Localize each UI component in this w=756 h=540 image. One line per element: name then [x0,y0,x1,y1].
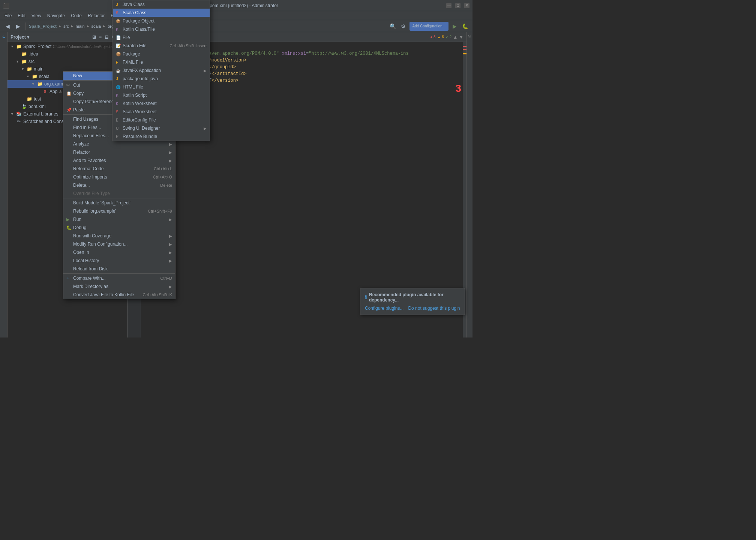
menu-edit[interactable]: Edit [15,12,28,19]
sub-swing-ui[interactable]: U Swing UI Designer ▶ [113,124,210,132]
menu-view[interactable]: View [28,12,44,19]
test-folder-icon: 📁 [26,96,32,102]
ctx-reload-from-disk[interactable]: Reload from Disk [63,265,175,273]
src-folder-icon: 📁 [21,58,27,64]
ctx-refactor[interactable]: Refactor ▶ [63,148,175,156]
ctx-run-coverage[interactable]: Run with Coverage ▶ [63,232,175,240]
menu-navigate[interactable]: Navigate [44,12,68,19]
sub-package[interactable]: 📦 Package [113,50,210,58]
title-bar-left: ⬛ [3,3,9,9]
scala-folder-icon: 📁 [32,74,38,80]
run-button[interactable]: ▶ [450,22,459,31]
app-icon: ⬛ [3,3,9,9]
ctx-reformat[interactable]: Reformat Code Ctrl+Alt+L [63,165,175,173]
ctx-modify-run[interactable]: Modify Run Configuration... ▶ [63,240,175,248]
ctx-add-to-favorites[interactable]: Add to Favorites ▶ [63,156,175,165]
ctx-run[interactable]: ▶ Run ▶ [63,215,175,224]
panel-header: Project ▾ ⊞ ≡ ⊟ ⚙ — [8,32,127,42]
sub-java-class[interactable]: J Java Class [113,0,210,9]
breadcrumb-main: main [76,24,85,28]
do-not-suggest-link[interactable]: Do not suggest this plugin [408,306,460,311]
sub-scala-class[interactable]: S Scala Class [113,9,210,17]
maximize-button[interactable]: □ [455,3,460,8]
sub-file[interactable]: 📄 File [113,33,210,42]
tree-item-sparkproject[interactable]: ▼ 📁 Spark_Project C:\Users\Administrator… [8,43,127,50]
scratch-icon: ✏ [16,118,22,124]
forward-button[interactable]: ▶ [14,22,22,31]
sub-kotlin-worksheet[interactable]: K Kotlin Worksheet [113,99,210,108]
tree-item-src[interactable]: ▼ 📁 src [8,58,127,65]
search-button[interactable]: 🔍 [388,22,398,31]
sub-kotlin-script[interactable]: K Kotlin Script [113,91,210,99]
ctx-analyze[interactable]: Analyze ▶ [63,140,175,148]
editor-collapse-btn[interactable]: ▼ [459,34,464,40]
sub-editorconfig[interactable]: E EditorConfig File [113,116,210,124]
right-panel: M [466,32,472,338]
left-sidebar-icons: P [0,32,8,338]
add-config-button[interactable]: Add Configuration... [410,22,448,31]
ctx-sep-4 [63,273,175,274]
menu-refactor[interactable]: Refactor [85,12,108,19]
error-count: ● 3 [430,35,435,39]
panel-expand-btn[interactable]: ≡ [98,34,103,40]
org-folder-icon: 📁 [37,81,43,87]
configure-plugins-link[interactable]: Configure plugins... [365,306,404,311]
toolbar-sep-1 [26,22,26,30]
ctx-convert-kotlin[interactable]: Convert Java File to Kotlin File Ctrl+Al… [63,291,175,299]
ctx-sep-3 [63,198,175,198]
project-label: Spark_Project [29,24,57,28]
sub-package-object[interactable]: 📦 Package Object [113,17,210,25]
breadcrumb-scala: scala [92,24,101,28]
title-bar: ⬛ Spark_Project - pom.xml (untitled2) - … [0,0,472,11]
ctx-optimize-imports[interactable]: Optimize Imports Ctrl+Alt+O [63,173,175,181]
pom-file-icon: 🍃 [21,104,27,110]
tree-item-idea[interactable]: 📁 .idea [8,50,127,58]
ctx-compare-with[interactable]: ≈ Compare With... Ctrl+D [63,274,175,282]
project-icon[interactable]: P [1,34,7,40]
main-folder-icon: 📁 [26,66,32,72]
ctx-mark-directory[interactable]: Mark Directory as ▶ [63,282,175,291]
idea-folder-icon: 📁 [21,51,27,57]
sub-scala-worksheet[interactable]: S Scala Worksheet [113,108,210,116]
editor-expand-btn[interactable]: ▲ [453,34,458,40]
panel-title: Project ▾ [10,34,29,40]
settings-button[interactable]: ⚙ [399,22,408,31]
folder-icon: 📁 [16,44,22,50]
notif-actions: Configure plugins... Do not suggest this… [365,306,460,311]
window-controls[interactable]: — □ ✕ [446,3,470,8]
sub-kotlin-class[interactable]: K Kotlin Class/File [113,25,210,33]
sub-resource-bundle[interactable]: R Resource Bundle [113,132,210,141]
ok-count: ✓ 2 [446,35,452,39]
panel-settings-btn[interactable]: ⊞ [91,34,97,40]
menu-file[interactable]: File [2,12,15,19]
maven-icon[interactable]: M [468,34,472,38]
warning-count: ▲ 6 [437,35,444,39]
notif-title: ℹ Recommended plugin available for depen… [365,292,460,303]
notification-popup: ℹ Recommended plugin available for depen… [360,288,465,315]
lib-icon: 📚 [16,111,22,117]
menu-bar: File Edit View Navigate Code Refactor Bu… [0,11,472,20]
ctx-override-file-type[interactable]: Override File Type [63,189,175,198]
scala-file-icon: S [42,88,48,94]
sub-package-info[interactable]: J package-info.java [113,75,210,83]
close-button[interactable]: ✕ [464,3,470,8]
sub-html-file[interactable]: 🌐 HTML File [113,83,210,91]
step-annotation: 3 [455,82,461,94]
ctx-open-in[interactable]: Open In ▶ [63,248,175,256]
ctx-local-history[interactable]: Local History ▶ [63,256,175,265]
ctx-delete[interactable]: Delete... Delete [63,181,175,189]
ctx-build-module[interactable]: Build Module 'Spark_Project' [63,199,175,207]
sub-scratch-file[interactable]: 📝 Scratch File Ctrl+Alt+Shift+Insert [113,42,210,50]
breadcrumb-src: src [63,24,69,28]
ctx-debug[interactable]: 🐛 Debug [63,224,175,232]
sub-fxml-file[interactable]: F FXML File [113,58,210,66]
new-submenu: J Java Class S Scala Class 📦 Package Obj… [112,0,210,141]
toolbar: ◀ ▶ Spark_Project ▸ src ▸ main ▸ scala ▸… [0,20,472,32]
menu-code[interactable]: Code [68,12,85,19]
debug-button[interactable]: 🐛 [460,22,470,31]
panel-collapse-btn[interactable]: ⊟ [104,34,110,40]
ctx-rebuild[interactable]: Rebuild 'org.example' Ctrl+Shift+F9 [63,207,175,215]
back-button[interactable]: ◀ [3,22,12,31]
minimize-button[interactable]: — [446,3,452,8]
sub-javafx-app[interactable]: ☕ JavaFX Application ▶ [113,66,210,75]
